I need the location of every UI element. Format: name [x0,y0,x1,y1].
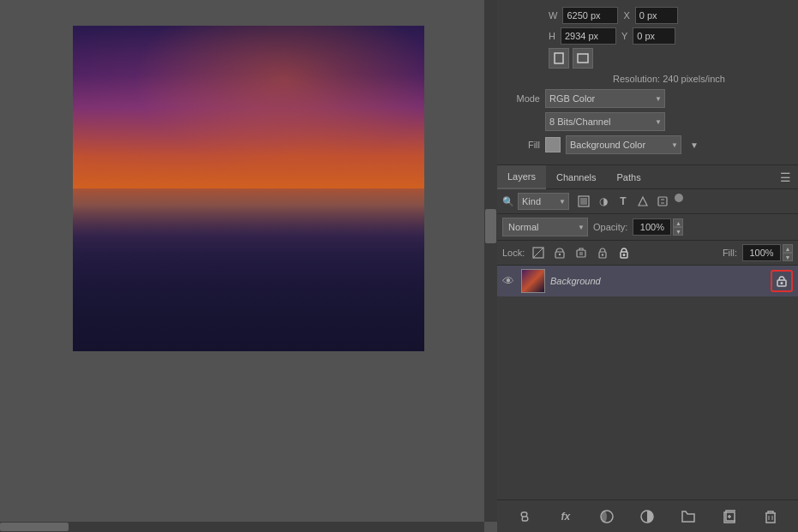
svg-rect-9 [577,250,585,257]
mode-label: Mode [506,93,540,104]
add-adjustment-btn[interactable] [637,506,657,527]
layer-list: 👁 Background [497,266,798,499]
tab-layers[interactable]: Layers [497,165,546,189]
lock-label: Lock: [502,248,525,258]
lock-all-btn[interactable] [615,245,633,260]
kind-select-wrapper: Kind Name Effect Mode Attribute Color Sm… [518,193,569,210]
canvas-vscroll-thumb[interactable] [485,209,496,243]
properties-section: W X H Y Resolution: 240 pix [497,0,798,165]
y-label: Y [621,31,627,41]
opacity-stepper: ▲ ▼ [673,218,683,236]
canvas-area [0,0,497,532]
blend-mode-select-wrapper: Normal Dissolve Multiply Screen Overlay [502,218,588,236]
lock-artboard-btn[interactable] [573,245,590,260]
h-label: H [549,31,555,41]
fill-stepper: ▲ ▼ [783,244,793,261]
bits-select[interactable]: 8 Bits/Channel 16 Bits/Channel 32 Bits/C… [545,112,665,131]
right-panel: W X H Y Resolution: 240 pix [497,0,798,532]
blend-opacity-row: Normal Dissolve Multiply Screen Overlay … [497,214,798,241]
layers-panel: Layers Channels Paths ☰ 🔍 Kind Name Effe… [497,165,798,532]
create-layer-btn[interactable] [719,506,740,527]
fill-prop-label: Fill [506,140,540,150]
landscape-icon[interactable] [573,48,593,69]
lock-transparent-btn[interactable] [530,245,547,260]
svg-rect-20 [601,511,607,523]
height-input[interactable] [561,27,616,45]
filter-toggle-dot[interactable] [675,194,683,202]
canvas-horizontal-scrollbar[interactable] [0,522,484,532]
layer-item[interactable]: 👁 Background [497,266,798,296]
delete-layer-btn[interactable] [760,506,781,527]
fill-expand-icon[interactable]: ▼ [690,140,699,150]
layers-tabs: Layers Channels Paths ☰ [497,165,798,189]
x-input[interactable] [635,7,678,24]
layers-toolbar: fx [497,499,798,532]
filter-icons-group: ◑ T [576,194,683,209]
opacity-input[interactable] [633,218,671,236]
fill-select-wrapper: Background Color Foreground Color White … [566,135,681,154]
layers-menu-icon[interactable]: ☰ [780,170,791,184]
opacity-increment-btn[interactable]: ▲ [673,218,683,227]
fill-input[interactable] [742,244,781,261]
svg-point-17 [781,282,783,284]
resolution-text: Resolution: 240 pixels/inch [506,74,789,84]
svg-point-8 [559,254,561,255]
width-input[interactable] [562,7,618,24]
svg-point-13 [602,254,603,255]
lock-icons [530,245,633,260]
h-row: H Y [549,27,789,45]
kind-filter-select[interactable]: Kind Name Effect Mode Attribute Color Sm… [518,193,569,210]
layer-fx-btn[interactable]: fx [555,506,576,527]
mode-select-wrapper: RGB Color CMYK Color Grayscale [545,89,665,108]
svg-line-6 [533,248,543,258]
bits-select-wrapper: 8 Bits/Channel 16 Bits/Channel 32 Bits/C… [545,112,665,131]
mode-row: Mode RGB Color CMYK Color Grayscale [506,89,789,108]
filter-pixel-icon[interactable] [576,194,591,209]
canvas-image [73,26,424,351]
lock-row: Lock: [497,241,798,266]
fill-layers-label: Fill: [723,248,737,258]
filter-shape-icon[interactable] [635,194,651,209]
lock-position-btn[interactable] [594,245,611,260]
svg-rect-4 [658,197,667,206]
opacity-label: Opacity: [593,222,627,232]
fill-decrement-btn[interactable]: ▼ [783,253,793,261]
svg-point-15 [623,254,626,256]
fill-row: Fill Background Color Foreground Color W… [506,135,789,154]
mode-select[interactable]: RGB Color CMYK Color Grayscale [545,89,665,108]
bits-row: 8 Bits/Channel 16 Bits/Channel 32 Bits/C… [545,112,789,131]
canvas-scrollbar-thumb[interactable] [0,523,69,531]
x-label: X [623,10,629,21]
lock-image-btn[interactable] [551,245,568,260]
add-group-btn[interactable] [678,506,699,527]
layer-filter-row: 🔍 Kind Name Effect Mode Attribute Color … [497,189,798,214]
orientation-group [549,48,789,69]
filter-adjustment-icon[interactable]: ◑ [596,194,611,209]
tab-paths[interactable]: Paths [607,165,651,189]
layer-lock-badge[interactable] [771,270,793,292]
fill-input-wrapper: ▲ ▼ [742,244,793,261]
wh-row: W X [549,7,789,24]
layer-name: Background [550,276,765,286]
filter-type-icon[interactable]: T [615,194,631,209]
layer-visibility-toggle[interactable]: 👁 [502,274,516,288]
search-icon[interactable]: 🔍 [502,196,514,207]
opacity-decrement-btn[interactable]: ▼ [673,227,683,236]
add-mask-btn[interactable] [597,506,617,527]
filter-smartobject-icon[interactable] [655,194,670,209]
svg-rect-3 [580,198,587,205]
blend-mode-select[interactable]: Normal Dissolve Multiply Screen Overlay [502,218,588,236]
link-layers-btn[interactable] [514,506,535,527]
fill-increment-btn[interactable]: ▲ [783,244,793,253]
tab-channels[interactable]: Channels [546,165,606,189]
opacity-input-wrapper: ▲ ▼ [633,218,683,236]
canvas-vertical-scrollbar[interactable] [484,0,497,522]
layer-thumbnail [521,269,545,293]
svg-rect-0 [555,53,563,63]
fill-color-swatch[interactable] [545,137,561,152]
fill-select[interactable]: Background Color Foreground Color White … [566,135,681,154]
portrait-icon[interactable] [549,48,569,69]
svg-rect-1 [578,54,588,63]
y-input[interactable] [633,27,675,45]
w-label: W [549,10,557,21]
